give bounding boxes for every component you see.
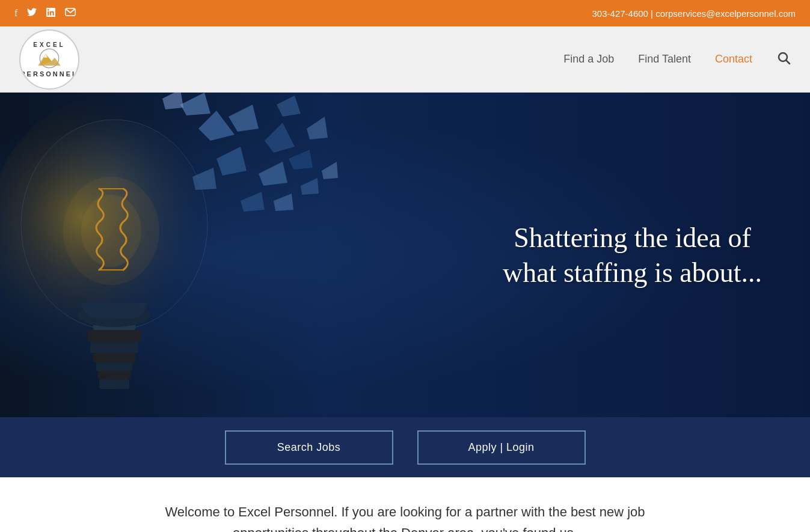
cta-section: Search Jobs Apply | Login [0, 417, 810, 477]
apply-login-button[interactable]: Apply | Login [417, 430, 586, 465]
svg-point-35 [81, 195, 141, 267]
svg-rect-28 [90, 342, 138, 353]
svg-marker-16 [322, 162, 338, 179]
logo-mountain-svg [31, 48, 67, 69]
svg-rect-27 [87, 330, 141, 342]
top-bar: f 303-427-4600 | corpservices@excelperso… [0, 0, 810, 26]
logo-excel-text: EXCEL [33, 41, 65, 48]
svg-rect-32 [99, 379, 129, 389]
logo-circle: EXCEL PERSONNEL [19, 29, 79, 90]
svg-line-5 [787, 60, 790, 64]
twitter-icon[interactable] [27, 8, 37, 19]
social-links: f [14, 8, 76, 19]
welcome-text: Welcome to Excel Personnel. If you are l… [135, 501, 676, 532]
svg-marker-14 [259, 162, 287, 186]
hero-headline: Shattering the idea of what staffing is … [503, 221, 762, 290]
logo[interactable]: EXCEL PERSONNEL [19, 29, 79, 90]
nav-find-job[interactable]: Find a Job [563, 53, 614, 66]
svg-marker-17 [162, 93, 183, 109]
svg-marker-9 [265, 123, 295, 153]
facebook-icon[interactable]: f [14, 8, 17, 19]
hero-bulb-svg [0, 93, 349, 417]
svg-marker-8 [229, 105, 259, 132]
welcome-section: Welcome to Excel Personnel. If you are l… [0, 477, 810, 532]
search-jobs-button[interactable]: Search Jobs [225, 430, 393, 465]
hero-section: Shattering the idea of what staffing is … [0, 93, 810, 417]
svg-marker-20 [274, 194, 293, 211]
svg-marker-12 [307, 117, 328, 139]
hero-text: Shattering the idea of what staffing is … [503, 221, 762, 290]
svg-marker-10 [180, 93, 210, 115]
svg-rect-31 [98, 371, 130, 379]
svg-marker-15 [289, 150, 313, 170]
svg-marker-21 [301, 178, 319, 195]
search-icon[interactable] [776, 50, 791, 69]
nav-links: Find a Job Find Talent Contact [563, 50, 791, 69]
main-nav: EXCEL PERSONNEL Find a Job Find Talent C… [0, 26, 810, 93]
svg-rect-29 [93, 353, 135, 362]
logo-personnel-text: PERSONNEL [20, 70, 78, 78]
svg-marker-11 [277, 96, 301, 117]
nav-contact[interactable]: Contact [715, 53, 752, 66]
mail-icon[interactable] [65, 8, 76, 19]
contact-info: 303-427-4600 | corpservices@excelpersonn… [592, 8, 796, 19]
nav-find-talent[interactable]: Find Talent [638, 53, 691, 66]
linkedin-icon[interactable] [46, 8, 55, 19]
svg-rect-30 [96, 362, 132, 371]
